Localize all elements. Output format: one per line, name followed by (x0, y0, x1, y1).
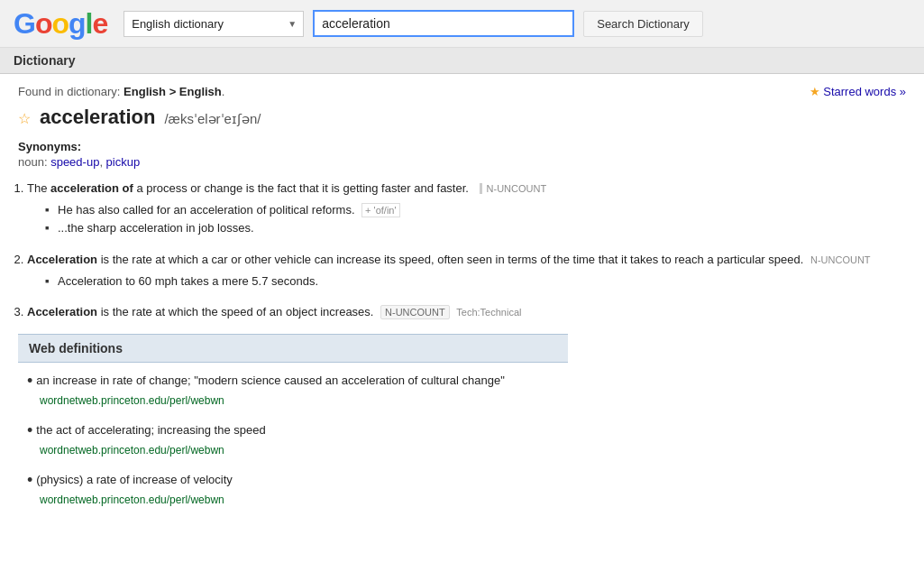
def-tag-3a: N-UNCOUNT (380, 305, 450, 319)
web-def-link-2[interactable]: wordnetweb.princeton.edu/perl/webwn (40, 444, 906, 457)
def-text-2: Acceleration is the rate at which a car … (27, 253, 807, 266)
web-definitions-header: Web definitions (18, 334, 568, 363)
web-definitions-section: Web definitions • an increase in rate of… (18, 334, 906, 506)
def-text-3: Acceleration is the rate at which the sp… (27, 305, 377, 318)
google-logo[interactable]: Google (14, 9, 114, 38)
dict-bar-label: Dictionary (14, 53, 75, 68)
collocation-tag: + 'of/in' (361, 203, 399, 217)
favorite-star-icon[interactable]: ☆ (18, 110, 31, 127)
found-in-text: Found in dictionary: English > English. (18, 85, 906, 98)
web-def-link-3[interactable]: wordnetweb.princeton.edu/perl/webwn (40, 494, 906, 506)
synonym-pickup[interactable]: pickup (106, 155, 141, 169)
def-bold-1: acceleration of (50, 181, 133, 195)
synonyms-noun: noun: speed-up, pickup (18, 155, 906, 169)
web-def-text-3: (physics) a rate of increase of velocity (36, 471, 232, 489)
web-def-row-3: • (physics) a rate of increase of veloci… (27, 471, 906, 490)
web-def-text-2: the act of accelerating; increasing the … (36, 421, 265, 439)
star-icon: ★ (810, 85, 820, 98)
synonym-speed-up[interactable]: speed-up (50, 155, 99, 169)
found-in-row: ★ Starred words » Found in dictionary: E… (18, 85, 906, 98)
web-def-row-2: • the act of accelerating; increasing th… (27, 421, 906, 440)
definitions-list: The acceleration of a process or change … (27, 180, 906, 321)
dictionary-select[interactable]: English dictionary French dictionary Spa… (124, 11, 304, 37)
examples-1: He has also called for an acceleration o… (45, 201, 906, 239)
bullet-icon-2: • (27, 421, 32, 440)
web-def-row-1: • an increase in rate of change; "modern… (27, 372, 906, 391)
definition-item-1: The acceleration of a process or change … (27, 180, 906, 238)
definition-item-2: Acceleration is the rate at which a car … (27, 251, 906, 291)
synonyms-section: Synonyms: noun: speed-up, pickup (18, 140, 906, 169)
search-input[interactable] (313, 10, 574, 37)
found-in-value: English > English (124, 85, 222, 98)
def-text-1: The acceleration of a process or change … (27, 181, 472, 195)
example-item: Acceleration to 60 mph takes a mere 5.7 … (45, 272, 906, 291)
web-def-link-1[interactable]: wordnetweb.princeton.edu/perl/webwn (40, 394, 906, 407)
example-item: He has also called for an acceleration o… (45, 201, 906, 220)
synonyms-noun-prefix: noun: (18, 155, 50, 169)
definition-item-3: Acceleration is the rate at which the sp… (27, 303, 906, 321)
dictionary-select-wrapper: English dictionary French dictionary Spa… (124, 11, 304, 37)
def-tag-2: N-UNCOUNT (810, 254, 871, 265)
word-header: ☆ acceleration /æksˈelərˈeɪʃən/ (18, 106, 906, 129)
web-def-item-3: • (physics) a rate of increase of veloci… (18, 471, 906, 506)
starred-words-link[interactable]: ★ Starred words » (810, 85, 906, 98)
main-content: ★ Starred words » Found in dictionary: E… (0, 74, 924, 531)
web-def-item-1: • an increase in rate of change; "modern… (18, 372, 906, 407)
bullet-icon-3: • (27, 471, 32, 490)
synonyms-label: Synonyms: (18, 140, 81, 153)
headword: acceleration (40, 106, 155, 129)
examples-2: Acceleration to 60 mph takes a mere 5.7 … (45, 272, 906, 291)
found-in-prefix: Found in dictionary: (18, 85, 124, 98)
found-in-suffix: . (222, 85, 225, 98)
example-item: ...the sharp acceleration in job losses. (45, 219, 906, 238)
header: Google English dictionary French diction… (0, 0, 924, 48)
web-def-item-2: • the act of accelerating; increasing th… (18, 421, 906, 457)
def-tag-1: N-UNCOUNT (480, 183, 547, 194)
pronunciation: /æksˈelərˈeɪʃən/ (164, 111, 261, 127)
web-definitions-label: Web definitions (29, 341, 123, 355)
starred-words-label: Starred words » (823, 85, 906, 98)
def-tag-3b: Tech:Technical (456, 307, 521, 318)
def-bold-2: Acceleration (27, 253, 97, 266)
search-button[interactable]: Search Dictionary (583, 11, 703, 37)
def-bold-3: Acceleration (27, 305, 97, 318)
bullet-icon-1: • (27, 372, 32, 391)
web-def-text-1: an increase in rate of change; "modern s… (36, 372, 504, 390)
dictionary-bar: Dictionary (0, 48, 924, 74)
